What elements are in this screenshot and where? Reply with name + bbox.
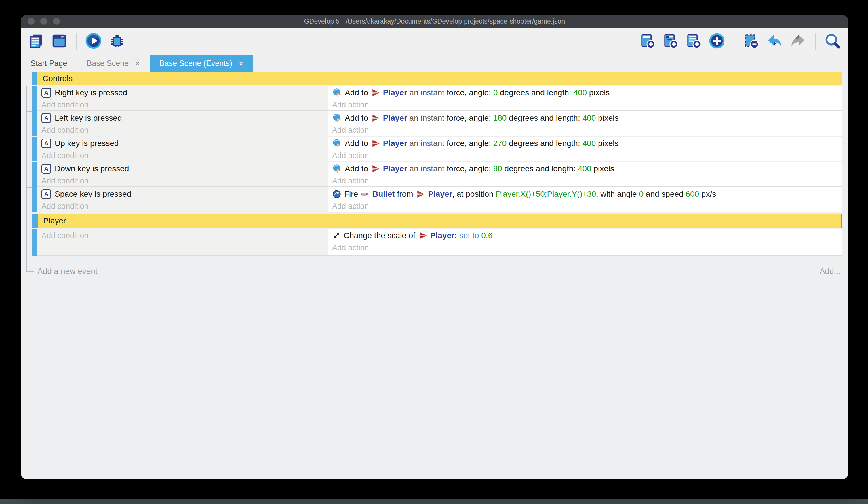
event-group-controls[interactable]: Controls bbox=[32, 72, 842, 85]
keyboard-key-icon: A bbox=[41, 164, 51, 174]
tab-close-icon[interactable]: × bbox=[135, 60, 140, 68]
toolbar-left-group bbox=[28, 32, 125, 50]
add-sub-event-button[interactable] bbox=[662, 33, 679, 50]
add-condition-button[interactable]: Add condition bbox=[38, 99, 328, 110]
tab-close-icon[interactable]: × bbox=[239, 60, 243, 68]
scene-editor-button[interactable] bbox=[51, 33, 68, 50]
event-row-right-key[interactable]: A Right key is pressed Add condition Add… bbox=[32, 86, 842, 111]
keyboard-key-icon: A bbox=[41, 139, 51, 148]
tree-line-stub bbox=[26, 229, 32, 229]
action-sentence: Add to Player an instant force, angle: 2… bbox=[328, 137, 841, 150]
player-object-icon bbox=[371, 88, 380, 97]
add-new-event-button[interactable]: Add a new event bbox=[38, 267, 97, 276]
event-color-bar bbox=[32, 187, 38, 212]
event-color-bar bbox=[32, 214, 38, 228]
event-row-space-key[interactable]: A Space key is pressed Add condition Fir… bbox=[32, 187, 842, 212]
event-row-down-key[interactable]: A Down key is pressed Add condition Add … bbox=[32, 162, 842, 187]
titlebar: GDevelop 5 - /Users/dkarakay/Documents/G… bbox=[21, 15, 848, 28]
scene-editor-icon bbox=[51, 33, 68, 50]
window-title: GDevelop 5 - /Users/dkarakay/Documents/G… bbox=[304, 18, 565, 26]
project-manager-button[interactable] bbox=[28, 33, 44, 50]
add-condition-button[interactable]: Add condition bbox=[38, 175, 328, 187]
actions-cell: Add to Player an instant force, angle: 9… bbox=[328, 162, 841, 187]
add-action-button[interactable]: Add action bbox=[328, 242, 841, 253]
scale-icon bbox=[332, 231, 341, 240]
tree-line-stub bbox=[26, 86, 32, 87]
tree-line-stub bbox=[26, 162, 32, 162]
add-action-button[interactable]: Add action bbox=[328, 201, 841, 212]
add-action-button[interactable]: Add action bbox=[328, 175, 841, 187]
add-comment-button[interactable] bbox=[685, 33, 702, 50]
conditions-cell: A Left key is pressed Add condition bbox=[38, 111, 328, 135]
add-action-button[interactable]: Add action bbox=[328, 99, 841, 110]
actions-cell: Add to Player an instant force, angle: 1… bbox=[328, 111, 841, 135]
events-footer: Add a new event Add... bbox=[32, 265, 842, 277]
event-row-up-key[interactable]: A Up key is pressed Add condition Add to bbox=[32, 137, 842, 161]
debug-button[interactable] bbox=[109, 33, 125, 50]
toolbar-right-group bbox=[640, 32, 841, 50]
add-more-button[interactable]: Add... bbox=[820, 267, 841, 276]
project-manager-icon bbox=[28, 33, 44, 50]
close-window-button[interactable] bbox=[28, 18, 34, 25]
event-color-bar bbox=[32, 72, 38, 85]
screenshot-stage: GDevelop 5 - /Users/dkarakay/Documents/G… bbox=[0, 0, 868, 504]
tree-line-stub bbox=[26, 187, 32, 188]
add-action-button[interactable]: Add action bbox=[328, 150, 841, 161]
tree-line-vertical bbox=[26, 86, 27, 272]
player-object-icon bbox=[371, 113, 380, 123]
gdevelop-window: GDevelop 5 - /Users/dkarakay/Documents/G… bbox=[21, 15, 848, 479]
add-sub-event-icon bbox=[662, 33, 679, 50]
bullet-object-icon bbox=[361, 190, 370, 199]
condition-sentence: A Up key is pressed bbox=[38, 137, 328, 150]
condition-sentence: A Right key is pressed bbox=[38, 86, 328, 99]
actions-cell: Add to Player an instant force, angle: 2… bbox=[328, 137, 841, 161]
force-icon bbox=[332, 139, 342, 148]
tab-start-page[interactable]: Start Page bbox=[21, 55, 77, 72]
debug-bug-icon bbox=[109, 33, 125, 50]
conditions-cell: A Up key is pressed Add condition bbox=[38, 137, 328, 161]
fire-bullet-icon bbox=[332, 190, 341, 199]
add-condition-button[interactable]: Add condition bbox=[38, 125, 328, 135]
event-group-player[interactable]: Player bbox=[32, 214, 842, 228]
event-row-left-key[interactable]: A Left key is pressed Add condition Add … bbox=[32, 111, 842, 136]
delete-selection-button[interactable] bbox=[743, 33, 759, 50]
add-condition-button[interactable]: Add condition bbox=[38, 229, 328, 242]
tabbar: Start Page Base Scene × Base Scene (Even… bbox=[21, 55, 848, 72]
conditions-cell: Add condition bbox=[38, 229, 328, 255]
force-icon bbox=[332, 113, 342, 123]
undo-icon bbox=[766, 32, 783, 50]
minimize-window-button[interactable] bbox=[40, 18, 47, 25]
action-sentence: Change the scale of Player: set to 0.6 bbox=[328, 229, 841, 242]
player-object-icon bbox=[418, 231, 427, 240]
add-event-button[interactable] bbox=[640, 33, 655, 50]
keyboard-key-icon: A bbox=[41, 88, 51, 98]
zoom-window-button[interactable] bbox=[53, 18, 60, 25]
tab-base-scene-events[interactable]: Base Scene (Events) × bbox=[149, 55, 253, 72]
action-sentence: Add to Player an instant force, angle: 9… bbox=[328, 162, 841, 175]
action-sentence: Add to Player an instant force, angle: 1… bbox=[328, 111, 841, 125]
add-action-button[interactable]: Add action bbox=[328, 125, 841, 135]
add-condition-button[interactable]: Add condition bbox=[38, 201, 328, 212]
play-button[interactable] bbox=[85, 32, 102, 50]
group-title: Player bbox=[38, 214, 841, 228]
toolbar-divider bbox=[734, 33, 734, 50]
toolbar-divider bbox=[815, 33, 816, 50]
player-object-icon bbox=[416, 190, 425, 199]
event-row-player-scale[interactable]: Add condition Change the scale of Player… bbox=[32, 229, 842, 256]
condition-sentence: A Left key is pressed bbox=[38, 111, 328, 125]
add-condition-button[interactable]: Add condition bbox=[38, 150, 328, 161]
player-object-icon bbox=[371, 139, 380, 148]
toolbar bbox=[21, 28, 848, 55]
event-color-bar bbox=[32, 229, 38, 256]
conditions-cell: A Down key is pressed Add condition bbox=[38, 162, 328, 187]
search-button[interactable] bbox=[824, 32, 841, 50]
tree-line-stub bbox=[26, 137, 32, 137]
tab-base-scene[interactable]: Base Scene × bbox=[77, 55, 149, 72]
condition-sentence: A Space key is pressed bbox=[38, 188, 328, 201]
undo-button[interactable] bbox=[766, 32, 783, 50]
search-icon bbox=[824, 32, 841, 50]
add-other-event-button[interactable] bbox=[709, 32, 725, 50]
event-color-bar bbox=[32, 111, 38, 136]
redo-button[interactable] bbox=[790, 32, 806, 50]
conditions-cell: A Space key is pressed Add condition bbox=[38, 188, 328, 212]
